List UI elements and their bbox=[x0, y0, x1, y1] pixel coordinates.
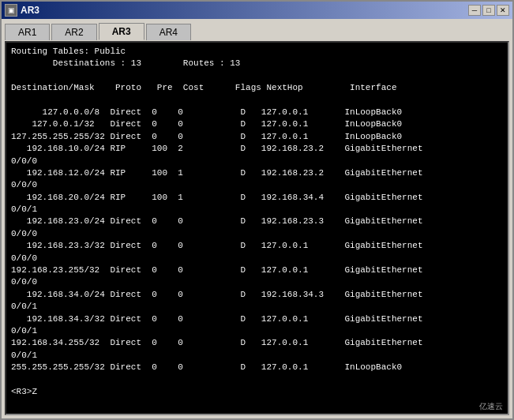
terminal-output[interactable]: Routing Tables: Public Destinations : 13… bbox=[6, 43, 508, 414]
minimize-button[interactable]: ─ bbox=[468, 5, 481, 16]
close-button[interactable]: ✕ bbox=[497, 5, 509, 16]
title-bar-left: ▣ AR3 bbox=[5, 4, 39, 17]
window-icon: ▣ bbox=[5, 4, 17, 17]
main-window: ▣ AR3 ─ □ ✕ AR1 AR2 AR3 AR4 Routing Tabl… bbox=[0, 0, 514, 420]
tab-ar2[interactable]: AR2 bbox=[51, 24, 96, 40]
watermark: 亿速云 bbox=[475, 399, 508, 414]
maximize-button[interactable]: □ bbox=[482, 5, 495, 16]
window-title: AR3 bbox=[21, 5, 39, 16]
title-bar: ▣ AR3 ─ □ ✕ bbox=[2, 2, 512, 19]
tab-ar4[interactable]: AR4 bbox=[146, 24, 191, 40]
tab-ar3[interactable]: AR3 bbox=[99, 23, 144, 40]
tab-ar1[interactable]: AR1 bbox=[5, 24, 50, 40]
tab-bar: AR1 AR2 AR3 AR4 bbox=[2, 19, 512, 39]
content-area: Routing Tables: Public Destinations : 13… bbox=[5, 41, 509, 415]
title-controls: ─ □ ✕ bbox=[468, 5, 509, 16]
